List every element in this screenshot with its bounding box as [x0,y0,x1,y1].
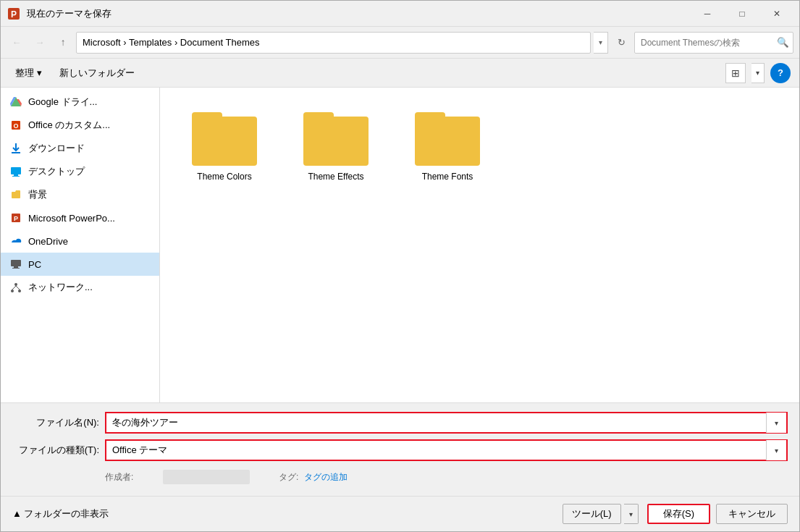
svg-line-20 [16,286,20,290]
svg-text:O: O [13,122,18,130]
pc-icon [9,258,22,271]
svg-rect-9 [14,174,18,176]
sidebar-label: PC [28,259,41,270]
file-area: Theme Colors Theme Effects Theme Fonts [160,88,799,402]
filename-input[interactable] [106,413,766,433]
folder-icon [192,108,257,166]
sidebar-item-onedrive[interactable]: OneDrive [1,229,159,253]
folder-label: Theme Colors [197,172,251,182]
footer: ▲ フォルダーの非表示 ツール(L) ▾ 保存(S) キャンセル [1,496,799,531]
main-content: Google ドライ... O Office のカスタム... [1,88,799,402]
help-button[interactable]: ? [770,63,791,83]
desktop-icon [9,165,22,178]
svg-rect-14 [14,266,18,268]
address-dropdown[interactable]: ▾ [594,32,608,54]
folder-theme-fonts[interactable]: Theme Fonts [400,102,494,187]
save-button[interactable]: 保存(S) [647,504,710,524]
hide-folders-button[interactable]: ▲ フォルダーの非表示 [12,504,109,524]
author-value [163,470,250,484]
filename-input-wrap: ▾ [105,412,788,434]
view-dropdown[interactable]: ▾ [751,63,765,83]
svg-text:P: P [11,9,17,20]
filetype-label: ファイルの種類(T): [12,444,99,457]
sidebar: Google ドライ... O Office のカスタム... [1,88,160,402]
svg-rect-8 [11,167,21,174]
window-controls: ─ □ ✕ [691,3,793,25]
address-path[interactable]: Microsoft › Templates › Document Themes [76,32,591,54]
address-bar: ← → ↑ Microsoft › Templates › Document T… [1,27,799,59]
meta-row: 作成者: タグ: タグの追加 [12,467,788,487]
sidebar-label: デスクトップ [28,165,85,178]
tools-group: ツール(L) ▾ [563,504,639,524]
search-button[interactable]: 🔍 [772,33,793,53]
filetype-input[interactable] [106,440,766,460]
new-folder-button[interactable]: 新しいフォルダー [54,63,140,83]
dialog-title: 現在のテーマを保存 [27,7,691,20]
svg-rect-10 [12,176,20,177]
sidebar-item-google-drive[interactable]: Google ドライ... [1,90,159,114]
filename-dropdown[interactable]: ▾ [766,413,786,433]
organize-button[interactable]: 整理 ▾ [9,63,48,83]
bottom-fields: ファイル名(N): ▾ ファイルの種類(T): ▾ 作成者: タグ: タグの追加 [1,402,799,496]
network-icon [9,281,22,294]
sidebar-label: Google ドライ... [28,96,97,109]
sidebar-label: OneDrive [28,236,68,247]
folder-label: Theme Effects [308,172,363,182]
svg-rect-7 [12,152,20,153]
sidebar-item-desktop[interactable]: デスクトップ [1,160,159,183]
add-tag-link[interactable]: タグの追加 [304,471,348,484]
close-button[interactable]: ✕ [760,3,793,25]
back-button[interactable]: ← [7,33,27,53]
sidebar-item-ms-powerpoint[interactable]: P Microsoft PowerPo... [1,206,159,229]
tools-button[interactable]: ツール(L) [563,504,621,524]
sidebar-label: Microsoft PowerPo... [28,213,115,224]
minimize-button[interactable]: ─ [691,3,724,25]
title-bar: P 現在のテーマを保存 ─ □ ✕ [1,1,799,27]
filename-row: ファイル名(N): ▾ [12,412,788,434]
svg-text:P: P [14,215,18,222]
sidebar-item-downloads[interactable]: ダウンロード [1,137,159,160]
google-drive-icon [9,96,22,109]
svg-rect-13 [11,260,21,266]
view-icon[interactable]: ⊞ [725,63,746,83]
author-label: 作成者: [105,471,163,484]
office-custom-icon: O [9,119,22,132]
tag-label: タグ: [279,471,298,484]
ppt-icon: P [9,211,22,224]
app-icon: P [7,7,21,21]
sidebar-label: 背景 [28,188,47,201]
cancel-button[interactable]: キャンセル [716,504,788,524]
toolbar: 整理 ▾ 新しいフォルダー ⊞ ▾ ? [1,59,799,88]
downloads-icon [9,142,22,155]
tools-dropdown[interactable]: ▾ [624,504,639,524]
search-input[interactable] [635,38,772,48]
sidebar-item-office-custom[interactable]: O Office のカスタム... [1,114,159,137]
sidebar-item-network[interactable]: ネットワーク... [1,276,159,299]
folder-theme-effects[interactable]: Theme Effects [289,102,383,187]
sidebar-item-background[interactable]: 背景 [1,183,159,206]
svg-point-16 [14,283,17,286]
sidebar-label: ダウンロード [28,142,85,155]
background-icon [9,188,22,201]
onedrive-icon [9,235,22,248]
sidebar-item-pc[interactable]: PC [1,253,159,276]
svg-point-17 [11,290,14,292]
filetype-dropdown[interactable]: ▾ [766,440,786,460]
filetype-input-wrap: ▾ [105,439,788,461]
folder-theme-colors[interactable]: Theme Colors [177,102,271,187]
filename-label: ファイル名(N): [12,416,99,429]
search-box: 🔍 [634,32,793,54]
svg-line-19 [12,286,16,290]
svg-point-18 [18,290,21,292]
filetype-row: ファイルの種類(T): ▾ [12,439,788,461]
sidebar-label: ネットワーク... [28,281,93,294]
maximize-button[interactable]: □ [725,3,759,25]
up-button[interactable]: ↑ [53,33,73,53]
folder-icon [303,108,369,166]
forward-button[interactable]: → [30,33,50,53]
folder-label: Theme Fonts [422,172,473,182]
refresh-button[interactable]: ↻ [611,33,631,53]
folder-icon [415,108,480,166]
svg-rect-15 [12,268,20,269]
sidebar-label: Office のカスタム... [28,119,110,132]
